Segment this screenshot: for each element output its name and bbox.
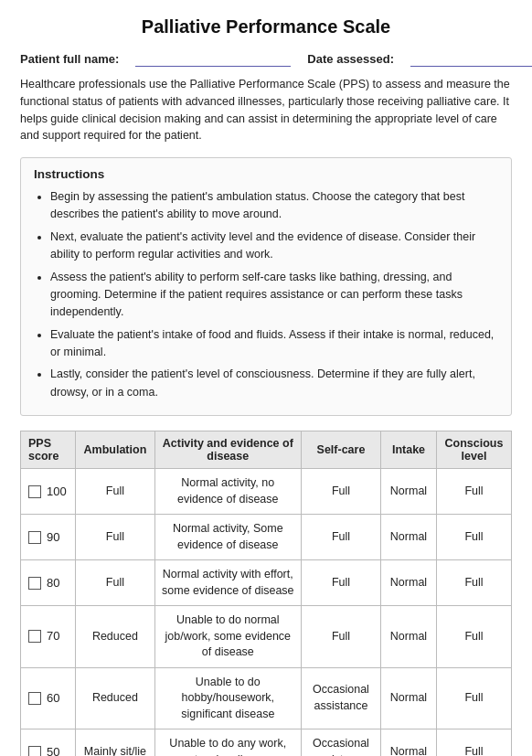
activity-cell: Normal activity, no evidence of disease (154, 469, 301, 515)
instruction-item: Begin by assessing the patient's ambulat… (50, 188, 498, 224)
table-header: Self-care (302, 431, 381, 469)
intake-cell: Normal (380, 515, 436, 560)
activity-cell: Normal activity, Some evidence of diseas… (154, 515, 301, 560)
score-checkbox[interactable] (28, 630, 41, 643)
date-input[interactable] (410, 50, 532, 67)
score-number: 70 (47, 628, 59, 644)
conscious-cell: Full (437, 515, 512, 560)
activity-cell: Unable to do hobby/housework, significan… (154, 667, 301, 729)
instructions-box: Instructions Begin by assessing the pati… (20, 157, 512, 416)
conscious-cell: Full (437, 606, 512, 668)
score-checkbox[interactable] (28, 531, 41, 544)
score-number: 80 (47, 575, 59, 591)
instructions-list: Begin by assessing the patient's ambulat… (34, 188, 498, 401)
selfcare-cell: Full (302, 560, 381, 606)
instructions-heading: Instructions (34, 167, 498, 181)
table-row: 90FullNormal activity, Some evidence of … (21, 515, 512, 560)
intake-cell: Normal (380, 606, 436, 668)
selfcare-cell: Occasional assistance (302, 729, 381, 756)
score-cell: 90 (21, 515, 76, 560)
score-cell: 70 (21, 606, 76, 668)
score-number: 100 (47, 484, 67, 500)
patient-name-input[interactable] (135, 50, 291, 67)
selfcare-cell: Full (302, 606, 381, 668)
selfcare-cell: Full (302, 469, 381, 515)
instruction-item: Assess the patient's ability to perform … (50, 269, 498, 322)
score-cell: 50 (21, 729, 76, 756)
intake-cell: Normal (380, 469, 436, 515)
score-checkbox[interactable] (28, 577, 41, 590)
table-row: 100FullNormal activity, no evidence of d… (21, 469, 512, 515)
table-header: Intake (380, 431, 436, 469)
activity-cell: Unable to do normal job/work, some evide… (154, 606, 301, 668)
score-number: 90 (47, 529, 59, 546)
ambulation-cell: Full (76, 560, 154, 606)
table-row: 60ReducedUnable to do hobby/housework, s… (21, 667, 512, 729)
selfcare-cell: Full (302, 515, 381, 560)
conscious-cell: Full (437, 667, 512, 729)
score-checkbox[interactable] (28, 746, 41, 756)
page-title: Palliative Performance Scale (20, 16, 512, 37)
score-number: 60 (47, 690, 59, 707)
score-checkbox[interactable] (28, 485, 41, 498)
activity-cell: Unable to do any work, extensive disease (154, 729, 301, 756)
instruction-item: Lastly, consider the patient's level of … (50, 366, 498, 401)
pps-table: PPS scoreAmbulationActivity and evidence… (20, 431, 512, 756)
intake-cell: Normal (380, 729, 436, 756)
conscious-cell: Full (437, 560, 512, 606)
table-header: Activity and evidence of disease (154, 431, 301, 469)
ambulation-cell: Full (76, 469, 154, 515)
instruction-item: Next, evaluate the patient's activity le… (50, 229, 498, 264)
intake-cell: Normal (380, 560, 436, 606)
table-header: Conscious level (437, 431, 512, 469)
score-cell: 80 (21, 560, 76, 606)
date-label: Date assessed: (307, 52, 394, 66)
table-header: PPS score (21, 431, 76, 469)
description-text: Healthcare professionals use the Palliat… (20, 76, 512, 144)
table-row: 70ReducedUnable to do normal job/work, s… (21, 606, 512, 668)
score-number: 50 (47, 744, 59, 756)
selfcare-cell: Occasional assistance (302, 667, 381, 729)
table-header: Ambulation (76, 431, 154, 469)
score-cell: 60 (21, 667, 76, 729)
ambulation-cell: Reduced (76, 606, 154, 668)
table-row: 80FullNormal activity with effort, some … (21, 560, 512, 606)
intake-cell: Normal (380, 667, 436, 729)
activity-cell: Normal activity with effort, some eviden… (154, 560, 301, 606)
patient-name-label: Patient full name: (20, 52, 119, 66)
score-checkbox[interactable] (28, 692, 41, 705)
conscious-cell: Full (437, 469, 512, 515)
instruction-item: Evaluate the patient's intake of food an… (50, 326, 498, 362)
table-row: 50Mainly sit/lieUnable to do any work, e… (21, 729, 512, 756)
score-cell: 100 (21, 469, 76, 515)
ambulation-cell: Mainly sit/lie (76, 729, 154, 756)
ambulation-cell: Reduced (76, 667, 154, 729)
ambulation-cell: Full (76, 515, 154, 560)
conscious-cell: Full (437, 729, 512, 756)
